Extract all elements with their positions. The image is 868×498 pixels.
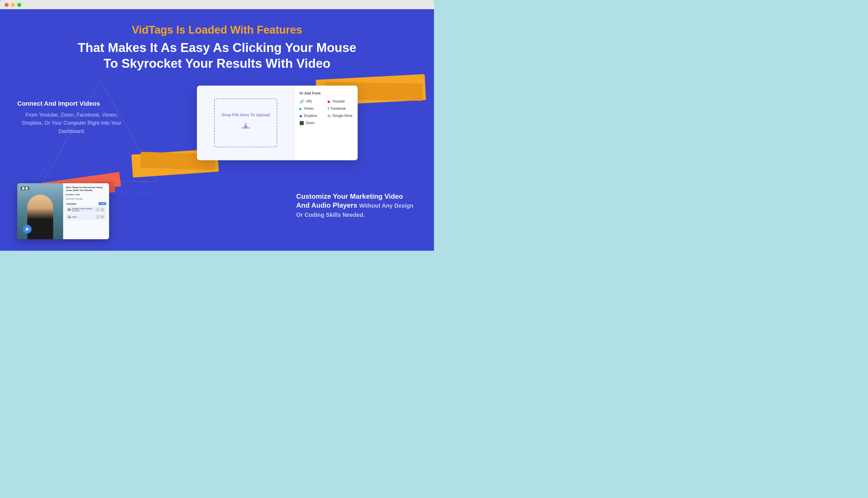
vimeo-icon <box>299 107 302 111</box>
add-language-button[interactable]: + Add <box>98 202 106 205</box>
source-grid: URL Youtube Vimeo Facebook <box>299 100 353 125</box>
main-content: VidTags Is Loaded With Features That Mak… <box>0 9 434 251</box>
hindi-flag: 🇮🇳 <box>68 215 71 218</box>
header-white-text: That Makes It As Easy As Clicking Your M… <box>17 40 417 71</box>
edit-action[interactable]: ✏ <box>100 208 105 212</box>
bottom-text-block: Customize Your Marketing Video And Audio… <box>296 183 417 221</box>
source-url-label: URL <box>306 100 313 103</box>
english-lang-name: English (United States) (en-US) <box>72 208 96 212</box>
browser-chrome <box>0 0 434 9</box>
source-youtube-label: Youtube <box>333 100 345 103</box>
minimize-dot[interactable] <box>11 3 15 7</box>
content-section: Connect And Import Videos From Youtube, … <box>17 89 417 160</box>
upload-right: Or Add From URL Youtube Vimeo <box>295 86 358 160</box>
duration-value: 00:09:09 / 59.1MB <box>66 198 106 200</box>
edit-action[interactable]: ✏ <box>100 215 105 219</box>
video-thumbnail <box>17 183 63 239</box>
link-icon <box>299 100 304 104</box>
widget-area: Drop File Here To Upload Or Add From <box>138 86 417 160</box>
video-card-wrapper: Best Thing I've Discovered Using Linux (… <box>17 183 109 239</box>
zoom-icon <box>299 121 304 125</box>
person-figure <box>27 195 53 239</box>
hindi-lang-actions: ↓ ✏ <box>96 215 105 219</box>
source-facebook-label: Facebook <box>331 107 346 110</box>
control-dot <box>22 187 24 189</box>
maximize-dot[interactable] <box>17 3 21 7</box>
source-dropbox[interactable]: Dropbox <box>299 114 325 118</box>
english-lang-actions: ↓ ✏ <box>96 208 105 212</box>
connect-body: From Youtube, Zoom, Facebook, Vimeo, Dro… <box>17 111 126 135</box>
video-card: Best Thing I've Discovered Using Linux (… <box>17 183 109 239</box>
left-text-block: Connect And Import Videos From Youtube, … <box>17 89 126 135</box>
drop-zone-text: Drop File Here To Upload <box>222 113 270 117</box>
duration-label: Duration / Size <box>66 194 80 196</box>
video-info-panel: Best Thing I've Discovered Using Linux (… <box>63 183 109 239</box>
google-drive-icon <box>328 114 331 118</box>
download-action[interactable]: ↓ <box>96 208 100 212</box>
language-item-english: 🇺🇸 English (United States) (en-US) ↓ ✏ <box>66 207 106 213</box>
play-triangle-icon <box>26 227 29 231</box>
bottom-section: Best Thing I've Discovered Using Linux (… <box>17 183 417 239</box>
close-dot[interactable] <box>4 3 9 7</box>
youtube-icon <box>328 100 331 104</box>
upload-icon <box>241 121 251 133</box>
english-flag: 🇺🇸 <box>68 208 71 211</box>
facebook-icon <box>328 107 329 111</box>
header-orange-text: VidTags Is Loaded With Features <box>17 24 417 37</box>
upload-panel: Drop File Here To Upload Or Add From <box>197 86 358 160</box>
language-item-hindi: 🇮🇳 Hindi ↓ ✏ <box>66 214 106 220</box>
upload-left: Drop File Here To Upload <box>197 86 295 160</box>
source-facebook[interactable]: Facebook <box>328 107 353 111</box>
download-action[interactable]: ↓ <box>96 215 100 219</box>
source-google-drive[interactable]: Google Drive <box>328 114 353 118</box>
play-button[interactable] <box>23 225 31 234</box>
control-dot <box>26 187 28 189</box>
video-controls-overlay <box>21 187 29 190</box>
source-url[interactable]: URL <box>299 100 325 104</box>
video-title: Best Thing I've Discovered Using Linux (… <box>66 186 106 192</box>
drop-zone[interactable]: Drop File Here To Upload <box>214 99 277 147</box>
or-add-from-label: Or Add From <box>299 91 353 95</box>
header-section: VidTags Is Loaded With Features That Mak… <box>17 24 417 71</box>
languages-label: Languages <box>66 203 77 205</box>
source-vimeo-label: Vimeo <box>304 107 314 110</box>
dropbox-icon <box>299 114 302 118</box>
source-zoom[interactable]: Zoom <box>299 121 325 125</box>
languages-header: Languages + Add <box>66 202 106 205</box>
connect-title: Connect And Import Videos <box>17 100 126 107</box>
video-meta-row: Duration / Size <box>66 194 106 196</box>
source-zoom-label: Zoom <box>306 121 315 125</box>
source-google-drive-label: Google Drive <box>333 114 352 118</box>
source-dropbox-label: Dropbox <box>304 114 317 118</box>
source-youtube[interactable]: Youtube <box>328 100 353 104</box>
source-vimeo[interactable]: Vimeo <box>299 107 325 111</box>
bottom-title: Customize Your Marketing Video And Audio… <box>296 192 417 219</box>
hindi-lang-name: Hindi <box>72 216 96 218</box>
